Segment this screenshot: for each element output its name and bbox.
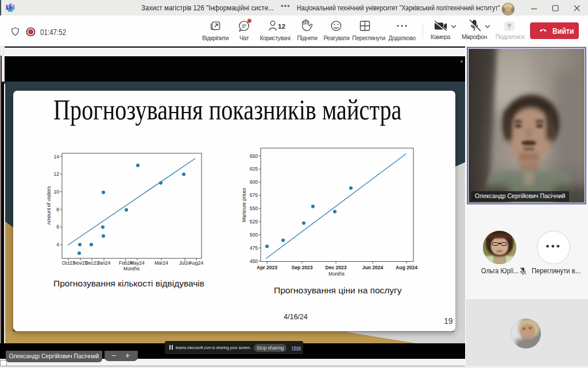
svg-text:500: 500 [250, 232, 258, 238]
svg-text:Jan24: Jan24 [97, 260, 110, 266]
svg-text:Amount of visitors: Amount of visitors [46, 186, 52, 225]
svg-text:Aug 2024: Aug 2024 [396, 265, 417, 270]
svg-text:14: 14 [54, 154, 60, 160]
svg-text:8: 8 [56, 207, 59, 212]
svg-text:575: 575 [250, 192, 258, 198]
svg-text:Sep 2023: Sep 2023 [292, 265, 313, 270]
svg-text:4: 4 [56, 242, 59, 247]
svg-text:Apr 2023: Apr 2023 [257, 265, 277, 270]
svg-text:10: 10 [54, 189, 60, 195]
svg-text:Manicure prices: Manicure prices [241, 188, 247, 222]
svg-text:Aug24: Aug24 [189, 260, 204, 266]
svg-text:Months: Months [123, 266, 140, 272]
svg-text:525: 525 [250, 219, 258, 224]
svg-text:6: 6 [56, 224, 59, 230]
svg-text:475: 475 [250, 245, 258, 251]
svg-text:550: 550 [250, 206, 258, 211]
svg-text:450: 450 [250, 258, 258, 264]
svg-text:12: 12 [54, 171, 60, 177]
svg-text:650: 650 [250, 153, 258, 159]
svg-text:Dec 2023: Dec 2023 [326, 265, 347, 270]
svg-text:Jun 2024: Jun 2024 [362, 265, 384, 270]
svg-text:May24: May24 [130, 260, 145, 266]
svg-text:625: 625 [250, 166, 258, 172]
svg-text:Mar24: Mar24 [154, 260, 168, 266]
svg-text:600: 600 [250, 179, 258, 185]
svg-text:Months: Months [328, 271, 345, 277]
